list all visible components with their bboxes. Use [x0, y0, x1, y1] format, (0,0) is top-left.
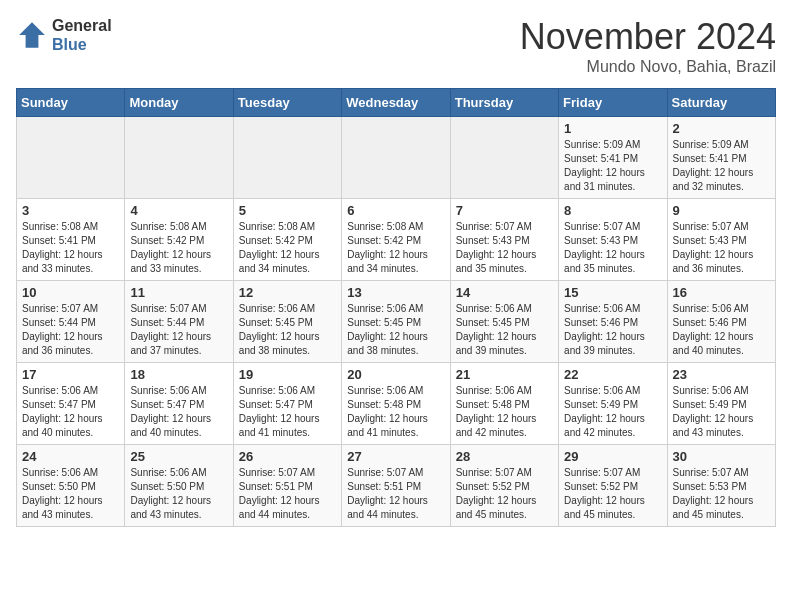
day-info: Sunrise: 5:06 AM Sunset: 5:49 PM Dayligh… — [673, 384, 770, 440]
calendar-cell — [342, 117, 450, 199]
weekday-header: Tuesday — [233, 89, 341, 117]
day-number: 10 — [22, 285, 119, 300]
day-number: 17 — [22, 367, 119, 382]
calendar-cell: 18Sunrise: 5:06 AM Sunset: 5:47 PM Dayli… — [125, 363, 233, 445]
logo-blue: Blue — [52, 35, 112, 54]
calendar-week: 17Sunrise: 5:06 AM Sunset: 5:47 PM Dayli… — [17, 363, 776, 445]
day-number: 1 — [564, 121, 661, 136]
calendar-cell: 16Sunrise: 5:06 AM Sunset: 5:46 PM Dayli… — [667, 281, 775, 363]
calendar-cell: 13Sunrise: 5:06 AM Sunset: 5:45 PM Dayli… — [342, 281, 450, 363]
calendar-cell: 19Sunrise: 5:06 AM Sunset: 5:47 PM Dayli… — [233, 363, 341, 445]
weekday-header: Saturday — [667, 89, 775, 117]
day-info: Sunrise: 5:07 AM Sunset: 5:43 PM Dayligh… — [456, 220, 553, 276]
day-info: Sunrise: 5:06 AM Sunset: 5:47 PM Dayligh… — [130, 384, 227, 440]
calendar-cell — [125, 117, 233, 199]
day-number: 26 — [239, 449, 336, 464]
day-number: 25 — [130, 449, 227, 464]
logo-icon — [16, 19, 48, 51]
day-number: 22 — [564, 367, 661, 382]
day-info: Sunrise: 5:07 AM Sunset: 5:44 PM Dayligh… — [22, 302, 119, 358]
day-number: 23 — [673, 367, 770, 382]
calendar-week: 3Sunrise: 5:08 AM Sunset: 5:41 PM Daylig… — [17, 199, 776, 281]
day-number: 28 — [456, 449, 553, 464]
calendar-cell: 7Sunrise: 5:07 AM Sunset: 5:43 PM Daylig… — [450, 199, 558, 281]
calendar-header: SundayMondayTuesdayWednesdayThursdayFrid… — [17, 89, 776, 117]
calendar-cell: 22Sunrise: 5:06 AM Sunset: 5:49 PM Dayli… — [559, 363, 667, 445]
day-info: Sunrise: 5:06 AM Sunset: 5:47 PM Dayligh… — [239, 384, 336, 440]
day-info: Sunrise: 5:06 AM Sunset: 5:47 PM Dayligh… — [22, 384, 119, 440]
day-info: Sunrise: 5:08 AM Sunset: 5:42 PM Dayligh… — [239, 220, 336, 276]
day-number: 16 — [673, 285, 770, 300]
calendar-cell: 25Sunrise: 5:06 AM Sunset: 5:50 PM Dayli… — [125, 445, 233, 527]
day-number: 4 — [130, 203, 227, 218]
day-info: Sunrise: 5:08 AM Sunset: 5:41 PM Dayligh… — [22, 220, 119, 276]
calendar-week: 10Sunrise: 5:07 AM Sunset: 5:44 PM Dayli… — [17, 281, 776, 363]
day-number: 14 — [456, 285, 553, 300]
day-number: 3 — [22, 203, 119, 218]
day-info: Sunrise: 5:06 AM Sunset: 5:50 PM Dayligh… — [130, 466, 227, 522]
day-info: Sunrise: 5:06 AM Sunset: 5:48 PM Dayligh… — [456, 384, 553, 440]
day-number: 30 — [673, 449, 770, 464]
calendar-week: 24Sunrise: 5:06 AM Sunset: 5:50 PM Dayli… — [17, 445, 776, 527]
day-number: 29 — [564, 449, 661, 464]
day-info: Sunrise: 5:08 AM Sunset: 5:42 PM Dayligh… — [347, 220, 444, 276]
calendar-cell: 29Sunrise: 5:07 AM Sunset: 5:52 PM Dayli… — [559, 445, 667, 527]
day-info: Sunrise: 5:06 AM Sunset: 5:46 PM Dayligh… — [564, 302, 661, 358]
day-info: Sunrise: 5:07 AM Sunset: 5:44 PM Dayligh… — [130, 302, 227, 358]
weekday-header: Friday — [559, 89, 667, 117]
day-number: 27 — [347, 449, 444, 464]
calendar-cell: 9Sunrise: 5:07 AM Sunset: 5:43 PM Daylig… — [667, 199, 775, 281]
location: Mundo Novo, Bahia, Brazil — [520, 58, 776, 76]
day-number: 18 — [130, 367, 227, 382]
day-number: 15 — [564, 285, 661, 300]
day-info: Sunrise: 5:06 AM Sunset: 5:45 PM Dayligh… — [456, 302, 553, 358]
day-number: 5 — [239, 203, 336, 218]
svg-marker-0 — [19, 22, 45, 48]
calendar-cell: 17Sunrise: 5:06 AM Sunset: 5:47 PM Dayli… — [17, 363, 125, 445]
calendar-cell: 24Sunrise: 5:06 AM Sunset: 5:50 PM Dayli… — [17, 445, 125, 527]
day-number: 6 — [347, 203, 444, 218]
calendar-cell: 30Sunrise: 5:07 AM Sunset: 5:53 PM Dayli… — [667, 445, 775, 527]
day-info: Sunrise: 5:07 AM Sunset: 5:52 PM Dayligh… — [564, 466, 661, 522]
day-info: Sunrise: 5:06 AM Sunset: 5:45 PM Dayligh… — [347, 302, 444, 358]
weekday-header: Monday — [125, 89, 233, 117]
day-number: 13 — [347, 285, 444, 300]
day-number: 11 — [130, 285, 227, 300]
calendar-cell: 21Sunrise: 5:06 AM Sunset: 5:48 PM Dayli… — [450, 363, 558, 445]
calendar-cell: 8Sunrise: 5:07 AM Sunset: 5:43 PM Daylig… — [559, 199, 667, 281]
calendar-cell: 5Sunrise: 5:08 AM Sunset: 5:42 PM Daylig… — [233, 199, 341, 281]
calendar-cell: 23Sunrise: 5:06 AM Sunset: 5:49 PM Dayli… — [667, 363, 775, 445]
weekday-header: Thursday — [450, 89, 558, 117]
day-info: Sunrise: 5:06 AM Sunset: 5:50 PM Dayligh… — [22, 466, 119, 522]
calendar-cell: 11Sunrise: 5:07 AM Sunset: 5:44 PM Dayli… — [125, 281, 233, 363]
day-number: 8 — [564, 203, 661, 218]
day-info: Sunrise: 5:08 AM Sunset: 5:42 PM Dayligh… — [130, 220, 227, 276]
calendar-cell: 10Sunrise: 5:07 AM Sunset: 5:44 PM Dayli… — [17, 281, 125, 363]
day-info: Sunrise: 5:07 AM Sunset: 5:52 PM Dayligh… — [456, 466, 553, 522]
calendar-cell — [233, 117, 341, 199]
day-info: Sunrise: 5:06 AM Sunset: 5:48 PM Dayligh… — [347, 384, 444, 440]
day-info: Sunrise: 5:07 AM Sunset: 5:51 PM Dayligh… — [239, 466, 336, 522]
calendar-cell: 6Sunrise: 5:08 AM Sunset: 5:42 PM Daylig… — [342, 199, 450, 281]
day-info: Sunrise: 5:09 AM Sunset: 5:41 PM Dayligh… — [673, 138, 770, 194]
day-info: Sunrise: 5:06 AM Sunset: 5:46 PM Dayligh… — [673, 302, 770, 358]
calendar-cell: 27Sunrise: 5:07 AM Sunset: 5:51 PM Dayli… — [342, 445, 450, 527]
day-number: 19 — [239, 367, 336, 382]
calendar-cell: 15Sunrise: 5:06 AM Sunset: 5:46 PM Dayli… — [559, 281, 667, 363]
day-number: 9 — [673, 203, 770, 218]
day-info: Sunrise: 5:07 AM Sunset: 5:53 PM Dayligh… — [673, 466, 770, 522]
header-row: SundayMondayTuesdayWednesdayThursdayFrid… — [17, 89, 776, 117]
day-info: Sunrise: 5:07 AM Sunset: 5:43 PM Dayligh… — [564, 220, 661, 276]
title-block: November 2024 Mundo Novo, Bahia, Brazil — [520, 16, 776, 76]
logo-general: General — [52, 16, 112, 35]
logo: General Blue — [16, 16, 112, 54]
calendar-cell — [17, 117, 125, 199]
calendar-cell: 1Sunrise: 5:09 AM Sunset: 5:41 PM Daylig… — [559, 117, 667, 199]
day-number: 7 — [456, 203, 553, 218]
calendar-cell: 26Sunrise: 5:07 AM Sunset: 5:51 PM Dayli… — [233, 445, 341, 527]
day-number: 24 — [22, 449, 119, 464]
logo-text: General Blue — [52, 16, 112, 54]
day-info: Sunrise: 5:06 AM Sunset: 5:49 PM Dayligh… — [564, 384, 661, 440]
calendar-cell: 12Sunrise: 5:06 AM Sunset: 5:45 PM Dayli… — [233, 281, 341, 363]
calendar-cell: 28Sunrise: 5:07 AM Sunset: 5:52 PM Dayli… — [450, 445, 558, 527]
